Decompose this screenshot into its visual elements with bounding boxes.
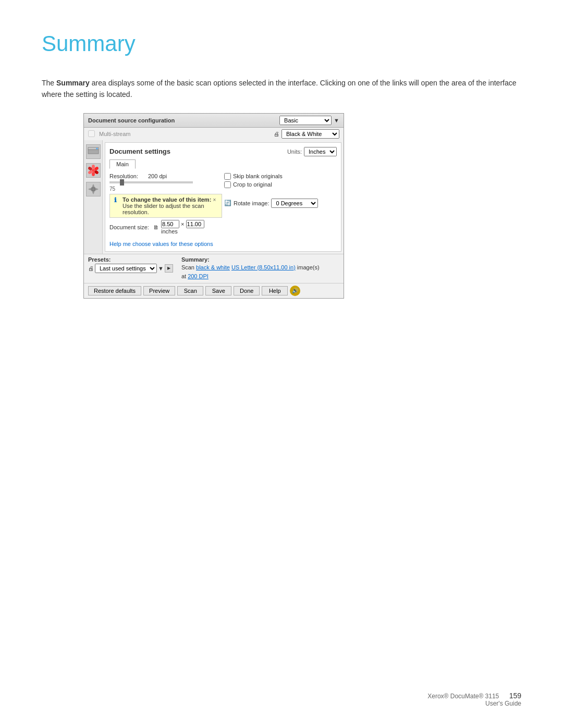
tooltip-title: To change the value of this item: × [123,196,217,203]
multistream-label: Multi-stream [99,131,131,137]
speaker-icon: 🔊 [290,286,300,296]
scanner-dialog: Document source configuration Basic ▼ Mu… [83,113,344,299]
units-label: Units: [287,149,302,155]
slider-container: 75 [109,181,222,192]
multistream-row: Multi-stream 🖨 Black & White [84,128,344,140]
presets-bar: Presets: 🖨 Last used settings ▼ ▶ Summar… [84,254,344,283]
tooltip-title-text: To change the value of this item: [123,196,211,203]
footer-page-number: 159 [509,692,521,700]
doc-size-width-input[interactable] [161,220,179,228]
summary-link-bw[interactable]: black & white [196,264,230,270]
multistream-checkbox[interactable] [88,130,95,137]
flower-thumb [86,163,101,178]
summary-text-2: at 200 DPI [181,273,339,280]
scan-button[interactable]: Scan [177,286,203,295]
page-footer: Xerox® DocuMate® 3115 159 User's Guide [427,692,521,707]
skip-blank-label: Skip blank originals [233,173,283,179]
done-button[interactable]: Done [234,286,260,295]
bw-icon: 🖨 [274,131,279,137]
description-bold: Summary [56,79,90,87]
presets-play-btn[interactable]: ▶ [165,264,173,273]
settings-right: Skip blank originals Crop to original 🔄 … [224,173,337,235]
resolution-slider[interactable] [109,181,193,183]
doc-settings-panel: Document settings Units: Inches Main [105,142,341,252]
doc-size-height-input[interactable] [186,220,204,228]
tooltip-close-btn[interactable]: × [213,197,216,203]
tabs-row: Main [109,159,337,169]
summary-link-dpi[interactable]: 200 DPI [188,273,209,279]
dialog-body: Document settings Units: Inches Main [84,140,344,254]
svg-point-3 [92,169,95,172]
bw-select[interactable]: Black & White [282,129,339,139]
tooltip-box: ℹ To change the value of this item: × Us… [109,194,222,218]
slider-thumb [120,179,124,186]
summary-at-text: at [181,273,188,279]
units-row: Units: Inches [287,147,337,156]
rotate-label: Rotate image: [234,200,269,206]
bw-dropdown: 🖨 Black & White [274,129,339,139]
scanner-thumb [86,144,101,159]
resolution-label: Resolution: [109,173,146,179]
skip-blank-row: Skip blank originals [224,173,337,180]
dialog-main: Document settings Units: Inches Main [103,140,344,254]
crop-label: Crop to original [233,181,272,188]
svg-point-4 [92,165,95,169]
summary-scan-text: Scan [181,264,196,270]
footer-guide: User's Guide [485,700,521,707]
image-sidebar [84,140,103,254]
save-button[interactable]: Save [205,286,231,295]
presets-row: 🖨 Last used settings ▼ ▶ [88,264,173,273]
buttons-bar: Restore defaults Preview Scan Save Done … [84,283,344,298]
doc-size-label: Document size: [109,224,151,230]
doc-size-units: inches [161,228,178,235]
slider-min-label: 75 [109,186,115,192]
resolution-value: 200 dpi [148,173,167,179]
description-text-2: area displays some of the basic scan opt… [42,79,517,98]
crop-checkbox[interactable] [224,181,231,188]
preview-button[interactable]: Preview [143,286,175,295]
units-select[interactable]: Inches [304,147,337,156]
restore-defaults-button[interactable]: Restore defaults [88,286,141,295]
basic-dropdown-arrow: ▼ [334,117,339,124]
svg-rect-0 [88,150,99,154]
skip-blank-checkbox[interactable] [224,173,231,180]
presets-select[interactable]: Last used settings [95,264,157,273]
rotate-icon: 🔄 [224,200,231,206]
dialog-title: Document source configuration [88,117,175,124]
help-link[interactable]: Help me choose values for these options [109,241,337,247]
tooltip-body-text: Use the slider to adjust the scan resolu… [123,203,217,215]
presets-section: Presets: 🖨 Last used settings ▼ ▶ [88,256,173,281]
summary-text: Scan black & white US Letter (8.50x11.00… [181,264,339,272]
summary-link-size[interactable]: US Letter (8.50x11.00 in) [231,264,296,270]
summary-title: Summary: [181,256,339,263]
summary-images-text: image(s) [296,264,320,270]
presets-dropdown-arrow: ▼ [158,265,164,272]
svg-point-2 [96,147,97,149]
doc-settings-title: Document settings [109,147,170,155]
presets-title: Presets: [88,256,173,263]
summary-section: Summary: Scan black & white US Letter (8… [181,256,339,281]
rotate-select[interactable]: 0 Degrees [271,199,318,208]
description-paragraph: The Summary area displays some of the ba… [42,77,521,101]
gear-thumb [86,182,101,196]
description-text-1: The [42,79,56,87]
crop-row: Crop to original [224,181,337,188]
basic-select[interactable]: Basic [279,116,332,125]
tab-main[interactable]: Main [109,159,136,169]
footer-product: Xerox® DocuMate® 3115 [427,693,499,700]
doc-size-x: × [181,221,184,227]
dialog-titlebar-right: Basic ▼ [279,116,339,125]
page-title: Summary [42,31,521,56]
settings-grid: Resolution: 200 dpi 75 [109,173,337,235]
rotate-row: 🔄 Rotate image: 0 Degrees [224,199,337,208]
resolution-row: Resolution: 200 dpi [109,173,222,179]
doc-size-icon-a: 🗎 [153,224,159,230]
tooltip-content: To change the value of this item: × Use … [123,196,217,215]
doc-size-value: × inches [161,220,222,235]
settings-left: Resolution: 200 dpi 75 [109,173,222,235]
svg-point-7 [92,172,95,176]
presets-icon: 🖨 [88,265,94,272]
doc-settings-header: Document settings Units: Inches [109,147,337,156]
document-size-row: Document size: 🗎 × inches [109,220,222,235]
help-button[interactable]: Help [262,286,288,295]
